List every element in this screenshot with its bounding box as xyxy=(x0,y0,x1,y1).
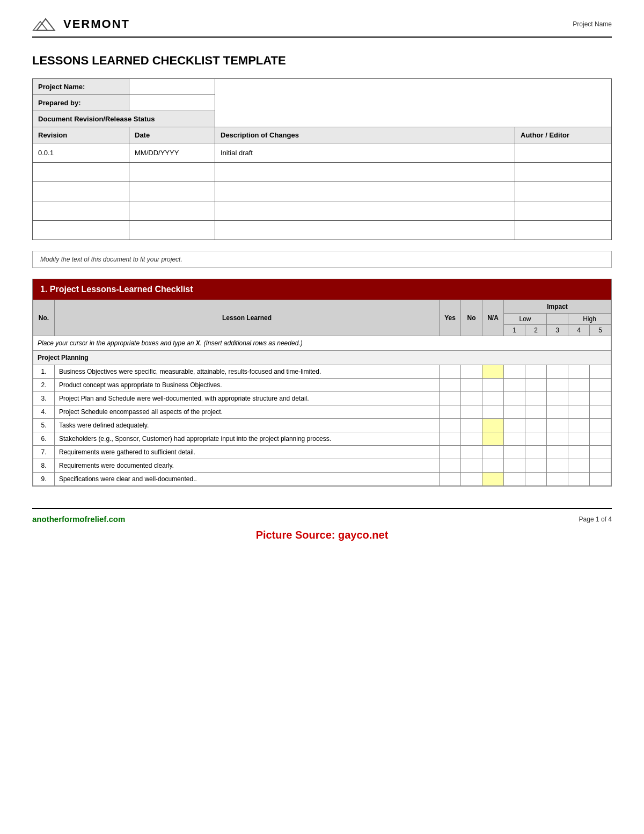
item-i1-5[interactable] xyxy=(504,419,525,432)
th-impact-2: 2 xyxy=(525,325,547,336)
item-noa-7[interactable] xyxy=(461,446,482,459)
item-i2-5[interactable] xyxy=(525,419,547,432)
item-i2-2[interactable] xyxy=(525,379,547,392)
item-yes-1[interactable] xyxy=(440,365,461,379)
item-noa-5[interactable] xyxy=(461,419,482,432)
item-i5-6[interactable] xyxy=(590,432,611,446)
item-no-5: 5. xyxy=(33,419,55,432)
item-i5-9[interactable] xyxy=(590,473,611,486)
item-yes-8[interactable] xyxy=(440,459,461,473)
item-i5-7[interactable] xyxy=(590,446,611,459)
item-na-2[interactable] xyxy=(482,379,504,392)
revision-row-1: 0.0.1 MM/DD/YYYY Initial draft xyxy=(33,143,612,163)
item-i5-3[interactable] xyxy=(590,392,611,405)
item-i2-4[interactable] xyxy=(525,405,547,419)
author-cell-5 xyxy=(515,221,612,240)
project-name-row: Project Name: xyxy=(33,79,612,95)
item-na-9[interactable] xyxy=(482,473,504,486)
item-yes-5[interactable] xyxy=(440,419,461,432)
item-i2-7[interactable] xyxy=(525,446,547,459)
item-i1-9[interactable] xyxy=(504,473,525,486)
prepared-by-value[interactable] xyxy=(129,95,215,111)
item-na-6[interactable] xyxy=(482,432,504,446)
item-i4-5[interactable] xyxy=(568,419,590,432)
item-yes-4[interactable] xyxy=(440,405,461,419)
item-noa-2[interactable] xyxy=(461,379,482,392)
item-i5-4[interactable] xyxy=(590,405,611,419)
item-i4-4[interactable] xyxy=(568,405,590,419)
item-i2-9[interactable] xyxy=(525,473,547,486)
col-revision: Revision xyxy=(33,127,129,143)
item-i4-7[interactable] xyxy=(568,446,590,459)
item-i3-6[interactable] xyxy=(547,432,568,446)
item-i2-6[interactable] xyxy=(525,432,547,446)
item-na-8[interactable] xyxy=(482,459,504,473)
item-i3-3[interactable] xyxy=(547,392,568,405)
item-noa-9[interactable] xyxy=(461,473,482,486)
item-no-4: 4. xyxy=(33,405,55,419)
item-noa-3[interactable] xyxy=(461,392,482,405)
footer-link[interactable]: anotherformofrelief.com xyxy=(32,514,125,524)
item-i2-8[interactable] xyxy=(525,459,547,473)
th-high: High xyxy=(568,314,611,325)
th-impact-1: 1 xyxy=(504,325,525,336)
item-i4-3[interactable] xyxy=(568,392,590,405)
revision-cell-2 xyxy=(33,163,129,182)
item-noa-6[interactable] xyxy=(461,432,482,446)
item-na-4[interactable] xyxy=(482,405,504,419)
item-i3-8[interactable] xyxy=(547,459,568,473)
item-yes-6[interactable] xyxy=(440,432,461,446)
item-i4-9[interactable] xyxy=(568,473,590,486)
item-i3-7[interactable] xyxy=(547,446,568,459)
item-i5-1[interactable] xyxy=(590,365,611,379)
item-i3-5[interactable] xyxy=(547,419,568,432)
th-na: N/A xyxy=(482,300,504,336)
item-i3-1[interactable] xyxy=(547,365,568,379)
item-i1-7[interactable] xyxy=(504,446,525,459)
th-lesson: Lesson Learned xyxy=(55,300,440,336)
description-cell-1: Initial draft xyxy=(215,143,515,163)
item-text-2: Product concept was appropriate to Busin… xyxy=(55,379,440,392)
item-noa-4[interactable] xyxy=(461,405,482,419)
item-i5-5[interactable] xyxy=(590,419,611,432)
checklist-item-5: 5. Tasks were defined adequately. xyxy=(33,419,611,432)
item-i1-3[interactable] xyxy=(504,392,525,405)
item-i2-1[interactable] xyxy=(525,365,547,379)
item-yes-9[interactable] xyxy=(440,473,461,486)
th-no: No. xyxy=(33,300,55,336)
date-cell-2 xyxy=(129,163,215,182)
project-name-value[interactable] xyxy=(129,79,215,95)
item-i4-1[interactable] xyxy=(568,365,590,379)
item-no-1[interactable] xyxy=(461,365,482,379)
item-yes-3[interactable] xyxy=(440,392,461,405)
item-i1-2[interactable] xyxy=(504,379,525,392)
notice-box: Modify the text of this document to fit … xyxy=(32,251,612,268)
item-na-1[interactable] xyxy=(482,365,504,379)
item-i3-4[interactable] xyxy=(547,405,568,419)
item-i5-2[interactable] xyxy=(590,379,611,392)
item-i4-8[interactable] xyxy=(568,459,590,473)
item-na-7[interactable] xyxy=(482,446,504,459)
item-i1-8[interactable] xyxy=(504,459,525,473)
item-i3-9[interactable] xyxy=(547,473,568,486)
item-noa-8[interactable] xyxy=(461,459,482,473)
item-i4-2[interactable] xyxy=(568,379,590,392)
item-i4-6[interactable] xyxy=(568,432,590,446)
item-text-8: Requirements were documented clearly. xyxy=(55,459,440,473)
author-cell-1 xyxy=(515,143,612,163)
item-i5-8[interactable] xyxy=(590,459,611,473)
item-i2-3[interactable] xyxy=(525,392,547,405)
col-date: Date xyxy=(129,127,215,143)
item-no-6: 6. xyxy=(33,432,55,446)
logo-text: VERMONT xyxy=(63,17,130,31)
description-cell-4 xyxy=(215,201,515,221)
item-i1-1[interactable] xyxy=(504,365,525,379)
item-i1-6[interactable] xyxy=(504,432,525,446)
item-yes-2[interactable] xyxy=(440,379,461,392)
item-yes-7[interactable] xyxy=(440,446,461,459)
item-i1-4[interactable] xyxy=(504,405,525,419)
item-i3-2[interactable] xyxy=(547,379,568,392)
th-low: Low xyxy=(504,314,547,325)
item-na-3[interactable] xyxy=(482,392,504,405)
item-na-5[interactable] xyxy=(482,419,504,432)
